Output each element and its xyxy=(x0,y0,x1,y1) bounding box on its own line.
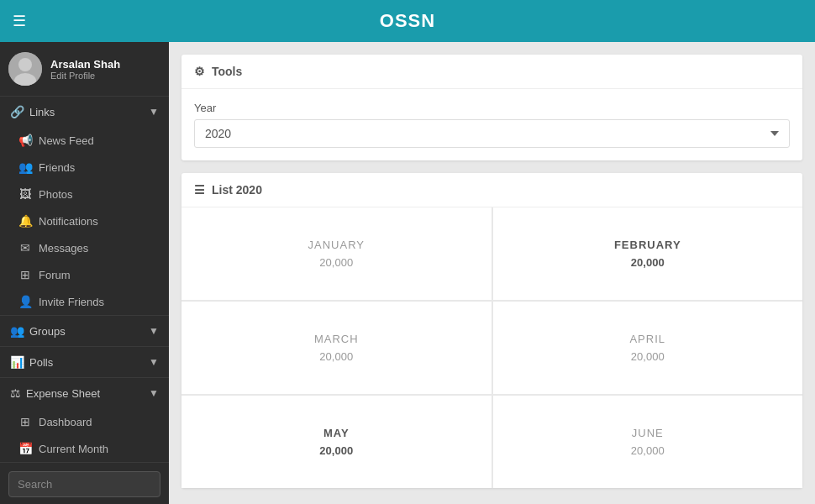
month-card-january[interactable]: JANUARY20,000 xyxy=(181,207,492,300)
groups-icon: 👥 xyxy=(10,324,24,338)
expense-chevron: ▼ xyxy=(149,387,159,399)
links-section-label: Links xyxy=(29,106,55,118)
sidebar-item-invite-friends[interactable]: 👤 Invite Friends xyxy=(0,288,169,315)
current-month-label: Current Month xyxy=(39,443,108,455)
tools-card-body: Year 2020 2019 2018 2017 xyxy=(181,89,802,160)
sidebar-item-photos[interactable]: 🖼 Photos xyxy=(0,181,169,207)
expense-section: ⚖ Expense Sheet ▼ ⊞ Dashboard 📅 Current … xyxy=(0,378,169,463)
tools-card: ⚙ Tools Year 2020 2019 2018 2017 xyxy=(181,55,802,160)
month-name-may: MAY xyxy=(323,427,350,439)
month-name-april: APRIL xyxy=(629,333,665,345)
menu-icon[interactable]: ☰ xyxy=(13,12,26,30)
polls-chevron: ▼ xyxy=(149,356,159,368)
notifications-icon: 🔔 xyxy=(18,214,32,228)
news-feed-icon: 📢 xyxy=(18,134,32,147)
polls-section-header[interactable]: 📊 Polls ▼ xyxy=(0,347,169,377)
links-chevron: ▼ xyxy=(149,106,159,118)
gear-icon: ⚙ xyxy=(194,65,205,78)
links-section: 🔗 Links ▼ 📢 News Feed 👥 Friends 🖼 Photos… xyxy=(0,97,169,316)
photos-label: Photos xyxy=(39,188,72,201)
groups-section-header[interactable]: 👥 Groups ▼ xyxy=(0,316,169,346)
sidebar-search-container xyxy=(0,465,169,504)
messages-label: Messages xyxy=(39,242,88,255)
dashboard-icon: ⊞ xyxy=(18,415,32,428)
sidebar-item-notifications[interactable]: 🔔 Notifications xyxy=(0,207,169,234)
links-icon: 🔗 xyxy=(10,105,24,118)
forum-icon: ⊞ xyxy=(18,268,32,281)
month-name-june: JUNE xyxy=(632,427,664,439)
svg-point-1 xyxy=(18,58,32,71)
app-header: ☰ OSSN xyxy=(0,0,815,42)
sidebar: Arsalan Shah Edit Profile 🔗 Links ▼ 📢 Ne… xyxy=(0,42,169,504)
groups-chevron: ▼ xyxy=(149,325,159,337)
list-title: List 2020 xyxy=(212,183,262,197)
month-card-may[interactable]: MAY20,000 xyxy=(181,396,492,488)
year-select[interactable]: 2020 2019 2018 2017 xyxy=(194,119,790,148)
year-label: Year xyxy=(194,102,790,114)
month-name-march: MARCH xyxy=(314,333,359,345)
month-amount-may: 20,000 xyxy=(319,444,353,457)
friends-icon: 👥 xyxy=(18,160,32,174)
polls-icon: 📊 xyxy=(10,355,24,369)
sidebar-item-current-month[interactable]: 📅 Current Month xyxy=(0,435,169,462)
dashboard-label: Dashboard xyxy=(39,416,92,428)
month-amount-june: 20,000 xyxy=(631,444,665,457)
list-card-header: ☰ List 2020 xyxy=(181,173,802,207)
sidebar-item-dashboard[interactable]: ⊞ Dashboard xyxy=(0,408,169,435)
polls-section-label: Polls xyxy=(29,356,53,369)
sidebar-item-friends[interactable]: 👥 Friends xyxy=(0,154,169,181)
groups-section: 👥 Groups ▼ xyxy=(0,316,169,347)
messages-icon: ✉ xyxy=(18,241,32,255)
friends-label: Friends xyxy=(39,161,75,174)
month-amount-march: 20,000 xyxy=(319,350,353,363)
news-feed-label: News Feed xyxy=(39,134,94,147)
month-amount-april: 20,000 xyxy=(631,350,665,363)
list-icon: ☰ xyxy=(194,183,205,197)
sidebar-item-messages[interactable]: ✉ Messages xyxy=(0,234,169,261)
user-name: Arsalan Shah xyxy=(50,58,120,71)
month-name-february: FEBRUARY xyxy=(614,239,681,251)
tools-card-header: ⚙ Tools xyxy=(181,55,802,89)
photos-icon: 🖼 xyxy=(18,187,32,201)
groups-section-label: Groups xyxy=(29,325,66,338)
user-info: Arsalan Shah Edit Profile xyxy=(50,58,120,81)
avatar xyxy=(8,52,42,86)
month-card-june[interactable]: JUNE20,000 xyxy=(493,396,803,488)
invite-friends-label: Invite Friends xyxy=(39,296,104,308)
sidebar-item-news-feed[interactable]: 📢 News Feed xyxy=(0,127,169,154)
month-amount-february: 20,000 xyxy=(631,256,665,269)
links-section-header[interactable]: 🔗 Links ▼ xyxy=(0,97,169,127)
invite-friends-icon: 👤 xyxy=(18,295,32,308)
main-content: ⚙ Tools Year 2020 2019 2018 2017 ☰ xyxy=(169,42,815,504)
expense-icon: ⚖ xyxy=(10,386,21,400)
expense-section-label: Expense Sheet xyxy=(26,387,100,400)
month-card-february[interactable]: FEBRUARY20,000 xyxy=(493,207,803,300)
polls-section: 📊 Polls ▼ xyxy=(0,347,169,378)
month-amount-january: 20,000 xyxy=(319,256,353,269)
search-input[interactable] xyxy=(8,471,160,497)
year-form-group: Year 2020 2019 2018 2017 xyxy=(194,102,790,148)
current-month-icon: 📅 xyxy=(18,442,32,455)
main-layout: Arsalan Shah Edit Profile 🔗 Links ▼ 📢 Ne… xyxy=(0,42,815,504)
forum-label: Forum xyxy=(39,269,71,281)
notifications-label: Notifications xyxy=(39,215,98,228)
month-grid: JANUARY20,000FEBRUARY20,000MARCH20,000AP… xyxy=(181,207,802,488)
expense-section-header[interactable]: ⚖ Expense Sheet ▼ xyxy=(0,378,169,408)
month-name-january: JANUARY xyxy=(308,239,365,251)
list-card: ☰ List 2020 JANUARY20,000FEBRUARY20,000M… xyxy=(181,173,802,488)
month-card-march[interactable]: MARCH20,000 xyxy=(181,302,492,394)
edit-profile-link[interactable]: Edit Profile xyxy=(50,71,120,81)
month-card-april[interactable]: APRIL20,000 xyxy=(493,302,803,394)
sidebar-item-forum[interactable]: ⊞ Forum xyxy=(0,261,169,288)
app-title: OSSN xyxy=(380,10,435,32)
user-profile[interactable]: Arsalan Shah Edit Profile xyxy=(0,42,169,97)
tools-title: Tools xyxy=(212,65,242,78)
